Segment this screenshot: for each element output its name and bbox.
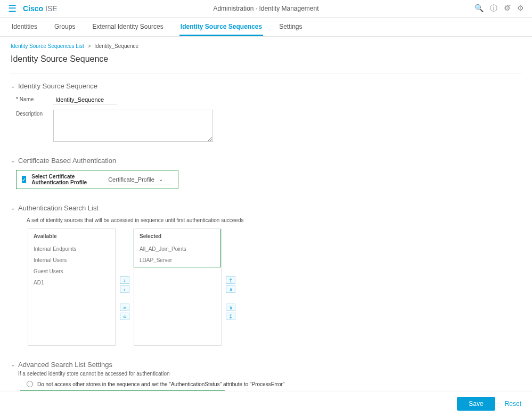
chevron-down-icon: ⌄	[11, 362, 15, 368]
available-body[interactable]: Internal Endpoints Internal Users Guest …	[28, 243, 115, 345]
list-item[interactable]: Internal Users	[34, 255, 115, 266]
brand: Cisco ISE	[23, 4, 58, 13]
available-listbox: Available Internal Endpoints Internal Us…	[28, 229, 116, 346]
section-title-3: Authentication Search List	[18, 204, 99, 212]
menu-icon[interactable]: ☰	[8, 3, 17, 14]
help-icon[interactable]: ⓘ	[490, 4, 497, 13]
section-title-4: Advanced Search List Settings	[18, 361, 112, 369]
list-item[interactable]: AD1	[34, 277, 115, 288]
move-left-button[interactable]: ‹	[120, 286, 129, 293]
settings-icon[interactable]: ⚙	[517, 4, 524, 13]
tools-icon[interactable]: ⚙⃗	[504, 4, 511, 13]
breadcrumb-root[interactable]: Identity Source Sequences List	[11, 43, 84, 49]
tabs: Identities Groups External Identity Sour…	[0, 18, 532, 37]
reset-button[interactable]: Reset	[505, 397, 521, 411]
section-certificate-auth: ⌄ Certificate Based Authentication ✓ Sel…	[11, 157, 521, 189]
breadcrumb: Identity Source Sequences List > Identit…	[11, 43, 521, 49]
tab-identity-source-sequences[interactable]: Identity Source Sequences	[179, 18, 263, 36]
page-title: Identity Source Sequence	[11, 54, 521, 68]
brand-bold: Cisco	[23, 4, 43, 13]
list-item[interactable]: All_AD_Join_Points	[140, 243, 221, 255]
name-label: Name	[16, 95, 53, 102]
selected-title: Selected	[134, 229, 221, 243]
breadcrumb-sep: >	[88, 43, 91, 49]
page-separator	[11, 74, 521, 74]
list-item[interactable]: LDAP_Server	[140, 255, 221, 266]
section-head-2[interactable]: ⌄ Certificate Based Authentication	[11, 157, 521, 165]
move-right-button[interactable]: ›	[120, 276, 129, 284]
chevron-down-icon: ⌄	[11, 205, 15, 211]
cert-label: Select Certificate Authentication Profil…	[31, 174, 90, 185]
move-bottom-button[interactable]: ↧	[226, 313, 235, 320]
tab-groups[interactable]: Groups	[53, 18, 76, 36]
selected-listbox: Selected All_AD_Join_Points LDAP_Server	[134, 229, 222, 346]
chevron-down-icon: ⌄	[11, 158, 15, 164]
topbar: ☰ Cisco ISE Administration · Identity Ma…	[0, 0, 532, 18]
breadcrumb-current: Identity_Sequence	[94, 43, 138, 49]
chevron-down-icon: ⌄	[11, 83, 15, 89]
cert-checkbox[interactable]: ✓	[22, 176, 26, 183]
selected-body[interactable]: All_AD_Join_Points LDAP_Server	[134, 243, 221, 345]
section-title-1: Identity Source Sequence	[18, 82, 97, 90]
advanced-note: If a selected identity store cannot be a…	[18, 371, 521, 377]
brand-light: ISE	[43, 4, 57, 13]
radio-option-1[interactable]: Do not access other stores in the sequen…	[27, 381, 521, 387]
section-auth-search-list: ⌄ Authentication Search List A set of id…	[11, 204, 521, 346]
description-input[interactable]	[53, 110, 213, 142]
tab-settings[interactable]: Settings	[278, 18, 303, 36]
move-up-button[interactable]: ∧	[226, 286, 235, 293]
available-title: Available	[28, 229, 115, 243]
cert-highlight-box: ✓ Select Certificate Authentication Prof…	[16, 170, 178, 189]
section-identity-source-sequence: ⌄ Identity Source Sequence Name Descript…	[11, 82, 521, 142]
footer: Save Reset	[0, 391, 532, 416]
radio-process-error[interactable]	[27, 381, 33, 387]
name-input[interactable]	[53, 95, 117, 104]
name-row: Name	[11, 95, 521, 104]
description-row: Description	[11, 110, 521, 142]
save-button[interactable]: Save	[457, 397, 495, 411]
section-title-2: Certificate Based Authentication	[18, 157, 116, 165]
top-icons: 🔍 ⓘ ⚙⃗ ⚙	[474, 4, 524, 13]
move-down-button[interactable]: ∨	[226, 304, 235, 311]
dual-list: Available Internal Endpoints Internal Us…	[28, 229, 521, 346]
tab-external-identity-sources[interactable]: External Identity Sources	[91, 18, 164, 36]
cert-profile-dropdown[interactable]: Certificate_Profile	[106, 175, 173, 184]
move-top-button[interactable]: ↥	[226, 276, 235, 284]
radio-label-1: Do not access other stores in the sequen…	[37, 381, 284, 387]
order-arrows: ↥ ∧ ∨ ↧	[226, 276, 235, 320]
move-arrows: › ‹ » «	[120, 276, 129, 320]
list-item[interactable]: Guest Users	[34, 266, 115, 277]
page-context: Administration · Identity Management	[213, 5, 318, 12]
section-head-3[interactable]: ⌄ Authentication Search List	[11, 204, 521, 212]
search-list-note: A set of identity sources that will be a…	[27, 217, 521, 223]
section-head-4[interactable]: ⌄ Advanced Search List Settings	[11, 361, 521, 369]
move-all-right-button[interactable]: »	[120, 304, 129, 311]
section-head-1[interactable]: ⌄ Identity Source Sequence	[11, 82, 521, 90]
tab-identities[interactable]: Identities	[11, 18, 38, 36]
move-all-left-button[interactable]: «	[120, 313, 129, 320]
description-label: Description	[16, 110, 53, 117]
search-icon[interactable]: 🔍	[474, 4, 484, 13]
content: Identity Source Sequences List > Identit…	[0, 37, 532, 416]
list-item[interactable]: Internal Endpoints	[34, 243, 115, 255]
